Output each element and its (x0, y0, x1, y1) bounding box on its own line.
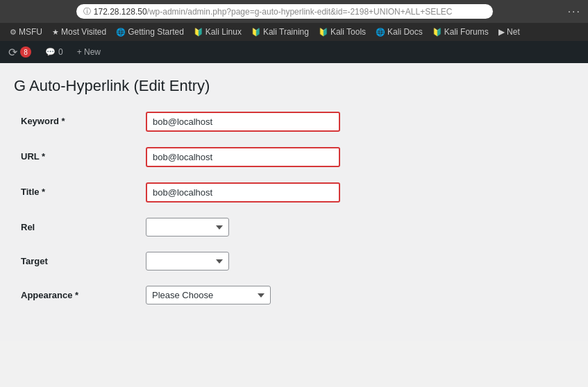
address-bar[interactable]: ⓘ 172.28.128.50/wp-admin/admin.php?page=… (76, 4, 493, 19)
info-icon: ⓘ (83, 6, 91, 17)
bookmark-kali-linux-label: Kali Linux (205, 27, 242, 37)
keyword-label: Keyword * (21, 112, 146, 126)
bookmark-msfu-label: MSFU (19, 27, 42, 37)
wp-logo[interactable]: ⟳ 8 (6, 41, 34, 63)
edit-entry-form: Keyword * URL * Title * Rel (14, 112, 574, 304)
new-label: + New (77, 47, 101, 57)
title-field (146, 182, 574, 203)
url-domain: 172.28.128.50 (94, 7, 147, 17)
rel-row: Rel nofollow noreferrer (14, 218, 574, 237)
keyword-field (146, 112, 574, 132)
wp-logo-icon: ⟳ (8, 46, 17, 59)
wp-updates-count: 8 (20, 46, 31, 58)
appearance-row: Appearance * Please Choose Bold Italic (14, 286, 574, 304)
msfu-icon: ⚙ (10, 28, 17, 37)
wp-comments[interactable]: 💬 0 (42, 41, 66, 63)
page-title: G Auto-Hyperlink (Edit Entry) (14, 77, 574, 95)
bookmark-kali-tools-label: Kali Tools (330, 27, 366, 37)
comments-icon: 💬 (45, 47, 56, 57)
getting-started-icon: 🌐 (116, 28, 126, 37)
title-label: Title * (21, 182, 146, 197)
bookmark-kali-tools[interactable]: 🔰 Kali Tools (314, 26, 370, 38)
bookmark-kali-forums-label: Kali Forums (444, 27, 489, 37)
appearance-select[interactable]: Please Choose Bold Italic (146, 286, 271, 304)
url-field (146, 147, 574, 167)
bookmark-most-visited[interactable]: ★ Most Visited (48, 26, 110, 38)
url-text: 172.28.128.50/wp-admin/admin.php?page=g-… (94, 7, 453, 17)
bookmark-kali-docs-label: Kali Docs (387, 27, 423, 37)
keyword-row: Keyword * (14, 112, 574, 132)
bookmark-most-visited-label: Most Visited (61, 27, 106, 37)
appearance-field: Please Choose Bold Italic (146, 286, 574, 304)
wp-new[interactable]: + New (74, 41, 103, 63)
kali-linux-icon: 🔰 (194, 28, 203, 37)
bookmark-getting-started-label: Getting Started (128, 27, 184, 37)
bookmark-kali-forums[interactable]: 🔰 Kali Forums (428, 26, 493, 38)
bookmark-kali-training-label: Kali Training (263, 27, 309, 37)
rel-field: nofollow noreferrer (146, 218, 574, 237)
kali-training-icon: 🔰 (251, 28, 261, 37)
url-input[interactable] (146, 147, 340, 167)
wp-admin-bar: ⟳ 8 💬 0 + New (0, 41, 588, 63)
bookmark-getting-started[interactable]: 🌐 Getting Started (112, 26, 188, 38)
bookmark-msfu[interactable]: ⚙ MSFU (6, 26, 47, 38)
rel-select[interactable]: nofollow noreferrer (146, 218, 229, 237)
most-visited-icon: ★ (52, 28, 59, 37)
target-row: Target _blank _self (14, 252, 574, 270)
bookmark-kali-linux[interactable]: 🔰 Kali Linux (190, 26, 246, 38)
bookmarks-bar: ⚙ MSFU ★ Most Visited 🌐 Getting Started … (0, 23, 588, 41)
url-label: URL * (21, 147, 146, 162)
browser-chrome: ⓘ 172.28.128.50/wp-admin/admin.php?page=… (0, 0, 588, 23)
kali-docs-icon: 🌐 (376, 28, 385, 37)
title-row: Title * (14, 182, 574, 203)
target-field: _blank _self (146, 252, 574, 270)
target-select[interactable]: _blank _self (146, 252, 229, 270)
appearance-label: Appearance * (21, 286, 146, 300)
main-content: G Auto-Hyperlink (Edit Entry) Keyword * … (0, 63, 588, 341)
bookmark-net[interactable]: ▶ Net (494, 26, 524, 38)
target-label: Target (21, 252, 146, 266)
title-input[interactable] (146, 182, 340, 203)
url-row: URL * (14, 147, 574, 167)
bookmark-net-label: ▶ Net (498, 27, 520, 37)
bookmark-kali-docs[interactable]: 🌐 Kali Docs (371, 26, 427, 38)
browser-menu-icon[interactable]: ··· (568, 6, 581, 18)
rel-label: Rel (21, 218, 146, 232)
bookmark-kali-training[interactable]: 🔰 Kali Training (247, 26, 313, 38)
comments-count: 0 (58, 47, 63, 57)
keyword-input[interactable] (146, 112, 340, 132)
kali-forums-icon: 🔰 (432, 28, 442, 37)
url-path: /wp-admin/admin.php?page=g-auto-hyperlin… (147, 7, 453, 17)
kali-tools-icon: 🔰 (319, 28, 328, 37)
